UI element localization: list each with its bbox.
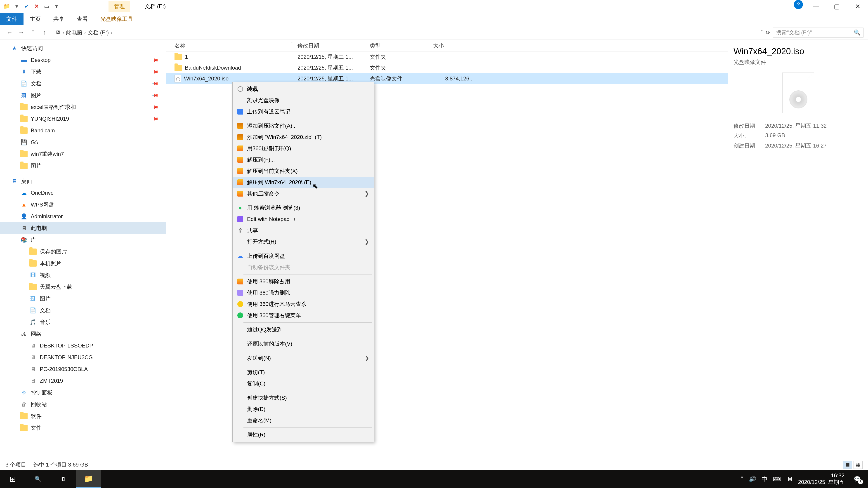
ctx-edit-npp[interactable]: Edit with Notepad++ <box>232 214 374 225</box>
ctx-mount[interactable]: 装载 <box>232 84 374 95</box>
tree-videos[interactable]: 🎞视频 <box>0 269 166 281</box>
tree-pictures2[interactable]: 图片 <box>0 160 166 172</box>
breadcrumb-folder[interactable]: 文档 (E:) <box>88 29 109 36</box>
tree-yunqishi[interactable]: YUNQISHI2019📌 <box>0 113 166 125</box>
ctx-rename[interactable]: 重命名(M) <box>232 415 374 426</box>
keyboard-icon[interactable]: ⌨ <box>773 476 781 483</box>
tree-net-pc1[interactable]: 🖥DESKTOP-LSSOEDP <box>0 340 166 352</box>
qat-rename[interactable]: ▭ <box>42 2 51 10</box>
ribbon-tab-share[interactable]: 共享 <box>47 13 70 25</box>
ctx-create-shortcut[interactable]: 创建快捷方式(S) <box>232 392 374 403</box>
recent-dropdown[interactable]: ˅ <box>28 28 38 37</box>
maximize-button[interactable]: ▢ <box>827 0 847 13</box>
qat-check[interactable]: ✔ <box>23 2 31 10</box>
tree-quick-access[interactable]: ★快速访问 <box>0 42 166 54</box>
ctx-add-zip[interactable]: 添加到 "Win7x64_2020.zip" (T) <box>232 131 374 143</box>
tree-admin[interactable]: 👤Administrator <box>0 210 166 222</box>
ctx-share[interactable]: ⇪共享 <box>232 225 374 236</box>
tree-onedrive[interactable]: ☁OneDrive <box>0 187 166 199</box>
file-row[interactable]: 12020/12/15, 星期二 1...文件夹 <box>166 52 728 62</box>
tray-overflow[interactable]: ˄ <box>741 476 743 483</box>
ribbon-tab-file[interactable]: 文件 <box>0 13 24 25</box>
address-dropdown[interactable]: ˅ <box>761 29 763 36</box>
ctx-upload-baidu[interactable]: ☁上传到百度网盘 <box>232 250 374 262</box>
tree-documents[interactable]: 📄文档📌 <box>0 78 166 90</box>
minimize-button[interactable]: — <box>806 0 827 13</box>
ctx-cut[interactable]: 剪切(T) <box>232 367 374 378</box>
qat-more[interactable]: ▾ <box>53 2 61 10</box>
taskbar-explorer[interactable]: 📁 <box>76 470 101 488</box>
breadcrumb-thispc[interactable]: 此电脑 <box>66 29 82 36</box>
column-date[interactable]: 修改日期 <box>298 42 370 49</box>
tree-music[interactable]: 🎵音乐 <box>0 316 166 328</box>
ime-icon[interactable]: 中 <box>762 475 767 483</box>
tree-pictures3[interactable]: 🖼图片 <box>0 293 166 304</box>
tree-gdrive[interactable]: 💾G:\ <box>0 136 166 148</box>
ctx-360-force-delete[interactable]: 使用 360强力删除 <box>232 287 374 298</box>
tree-net-pc4[interactable]: 🖥ZMT2019 <box>0 375 166 387</box>
ribbon-tab-home[interactable]: 主页 <box>24 13 47 25</box>
tree-net-pc3[interactable]: 🖥PC-20190530OBLA <box>0 363 166 375</box>
ctx-properties[interactable]: 属性(R) <box>232 429 374 440</box>
ctx-360-menu[interactable]: 使用 360管理右键菜单 <box>232 310 374 321</box>
ctx-copy[interactable]: 复制(C) <box>232 378 374 389</box>
ctx-send-to[interactable]: 发送到(N)❯ <box>232 352 374 364</box>
column-size[interactable]: 大小 <box>433 42 478 49</box>
taskbar-search[interactable]: 🔍 <box>25 470 51 488</box>
ctx-browse-fm[interactable]: ●用 蜂蜜浏览器 浏览(3) <box>232 202 374 214</box>
tree-desktop[interactable]: ▬Desktop📌 <box>0 54 166 66</box>
column-type[interactable]: 类型 <box>370 42 433 49</box>
tree-pictures[interactable]: 🖼图片📌 <box>0 90 166 101</box>
close-button[interactable]: ✕ <box>847 0 868 13</box>
tree-net-pc2[interactable]: 🖥DESKTOP-NJEU3CG <box>0 352 166 363</box>
tree-win7[interactable]: win7重装win7 <box>0 148 166 160</box>
tree-control-panel[interactable]: ⚙控制面板 <box>0 387 166 398</box>
breadcrumb[interactable]: 🖥 › 此电脑 › 文档 (E:) › <box>55 29 112 36</box>
column-name[interactable]: 名称˄ <box>166 42 298 49</box>
tree-bandicam[interactable]: Bandicam <box>0 125 166 136</box>
forward-button[interactable]: → <box>16 28 26 37</box>
refresh-button[interactable]: ⟳ <box>766 29 770 36</box>
ctx-add-archive[interactable]: 添加到压缩文件(A)... <box>232 120 374 131</box>
qat-dropdown[interactable]: ▾ <box>13 2 21 10</box>
tree-wps[interactable]: ▲WPS网盘 <box>0 199 166 210</box>
search-input[interactable]: 搜索"文档 (E:)" 🔍 <box>773 28 864 37</box>
tree-desktop2[interactable]: 🖥桌面 <box>0 175 166 187</box>
ctx-extract-to[interactable]: 解压到(F)... <box>232 154 374 165</box>
tree-camera-roll[interactable]: 本机照片 <box>0 258 166 269</box>
view-details-button[interactable]: ≣ <box>843 461 852 469</box>
tree-files[interactable]: 文件 <box>0 422 166 434</box>
ctx-burn[interactable]: 刻录光盘映像 <box>232 95 374 106</box>
ctx-360-trojan[interactable]: 使用 360进行木马云查杀 <box>232 298 374 310</box>
ribbon-tab-view[interactable]: 查看 <box>70 13 94 25</box>
ctx-extract-here[interactable]: 解压到当前文件夹(X) <box>232 165 374 177</box>
ctx-360-unlock[interactable]: 使用 360解除占用 <box>232 276 374 287</box>
tree-documents2[interactable]: 📄文档 <box>0 304 166 316</box>
tree-saved-pics[interactable]: 保存的图片 <box>0 246 166 258</box>
notifications-button[interactable]: 💬 3 <box>850 472 864 486</box>
ctx-other-zip[interactable]: 其他压缩命令❯ <box>232 188 374 199</box>
tree-downloads[interactable]: ⬇下载📌 <box>0 66 166 78</box>
ribbon-tab-disc-tools[interactable]: 光盘映像工具 <box>94 13 139 25</box>
task-view-button[interactable]: ⧉ <box>51 470 76 488</box>
start-button[interactable]: ⊞ <box>0 470 25 488</box>
up-button[interactable]: ↑ <box>40 28 50 37</box>
ctx-extract-named[interactable]: 解压到 Win7x64_2020\ (E) <box>232 177 374 188</box>
tree-tianyi[interactable]: 天翼云盘下载 <box>0 281 166 293</box>
help-icon[interactable]: ? <box>794 0 803 9</box>
ctx-send-qq[interactable]: 通过QQ发送到 <box>232 324 374 335</box>
view-thumbnails-button[interactable]: ▦ <box>854 461 863 469</box>
ctx-delete[interactable]: 删除(D) <box>232 403 374 415</box>
volume-icon[interactable]: 🔊 <box>749 476 756 483</box>
tree-software[interactable]: 软件 <box>0 410 166 422</box>
tree-network[interactable]: 🖧网络 <box>0 328 166 340</box>
tree-libraries[interactable]: 📚库 <box>0 234 166 246</box>
file-row[interactable]: BaiduNetdiskDownload2020/12/25, 星期五 1...… <box>166 62 728 73</box>
ctx-upload-youdao[interactable]: 上传到有道云笔记 <box>232 106 374 117</box>
tree-excel[interactable]: excel表格制作求和📌 <box>0 101 166 113</box>
tree-recycle[interactable]: 🗑回收站 <box>0 398 166 410</box>
network-icon[interactable]: 🖥 <box>787 476 793 483</box>
ctx-open-with[interactable]: 打开方式(H)❯ <box>232 236 374 248</box>
back-button[interactable]: ← <box>4 28 14 37</box>
qat-delete[interactable]: ✕ <box>33 2 41 10</box>
